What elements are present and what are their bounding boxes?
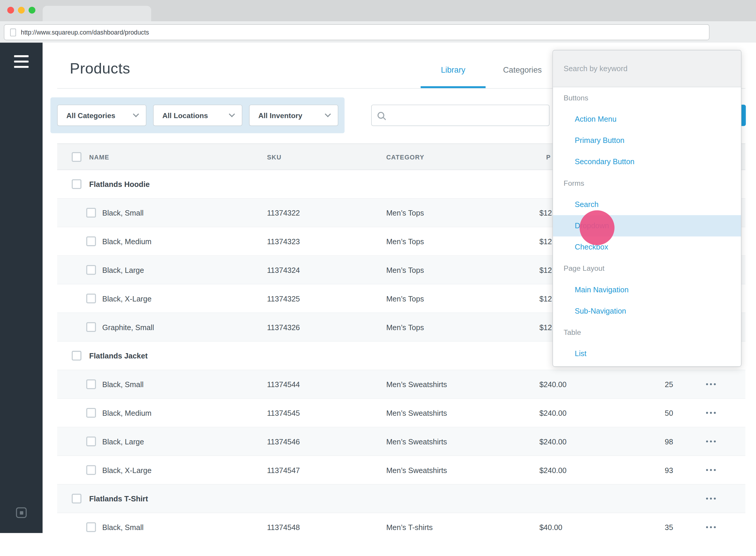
browser-toolbar: http://www.squareup.com/dashboard/produc… [0,21,756,42]
overlay-link-secondary-button[interactable]: Secondary Button [553,151,741,172]
dropdown-label: All Inventory [259,111,326,119]
variant-sku: 11374547 [267,456,300,485]
overlay-link-list[interactable]: List [553,343,741,364]
row-checkbox[interactable] [72,179,81,189]
window-minimize-button[interactable] [18,7,25,13]
variant-price: $12 [539,313,552,342]
search-input[interactable] [389,111,543,119]
variant-category: Men’s T-shirts [386,513,433,533]
row-actions-menu[interactable] [704,399,718,427]
variant-name: Black, Medium [102,399,151,427]
window-zoom-button[interactable] [29,7,35,13]
overlay-section-forms: Forms [553,172,741,194]
variant-stock: 93 [644,456,673,485]
variant-stock: 25 [644,370,673,399]
browser-tab-strip [0,0,756,21]
variant-price: $240.00 [539,456,566,485]
browser-tab[interactable] [42,6,151,22]
column-header-sku: SKU [267,144,281,170]
variant-sku: 11374544 [267,370,300,399]
overlay-link-dropdown[interactable]: Dropdown [553,215,741,237]
variant-category: Men’s Tops [386,199,424,228]
variant-sku: 11374548 [267,513,300,533]
row-checkbox[interactable] [86,265,96,275]
variant-price: $40.00 [539,513,562,533]
overlay-link-action-menu[interactable]: Action Menu [553,109,741,130]
product-search-box[interactable] [371,105,550,126]
locations-dropdown[interactable]: All Locations [153,105,242,126]
table-row-variant[interactable]: Black, Large 11374546 Men’s Sweatshirts … [57,427,745,456]
main-content: Products Library Categories All Categori… [42,42,756,533]
variant-name: Graphite, Small [102,313,154,342]
row-checkbox[interactable] [86,522,96,532]
variant-category: Men’s Tops [386,313,424,342]
table-row-variant[interactable]: Black, Small 11374544 Men’s Sweatshirts … [57,370,745,399]
overlay-search-field[interactable] [553,50,741,88]
table-row-group[interactable]: Flatlands T-Shirt [57,485,745,513]
overlay-link-checkbox[interactable]: Checkbox [553,237,741,258]
variant-category: Men’s Tops [386,256,424,284]
row-actions-menu[interactable] [704,456,718,484]
variant-category: Men’s Sweatshirts [386,399,447,427]
dropdown-label: All Categories [66,111,134,119]
table-row-variant[interactable]: Black, Medium 11374545 Men’s Sweatshirts… [57,399,745,427]
row-checkbox[interactable] [72,351,81,360]
row-actions-menu[interactable] [704,427,718,455]
variant-price: $240.00 [539,399,566,427]
search-icon [377,112,384,119]
row-checkbox[interactable] [72,494,81,503]
variant-name: Black, Medium [102,228,151,256]
overlay-link-sub-navigation[interactable]: Sub-Navigation [553,300,741,321]
variant-category: Men’s Sweatshirts [386,427,447,456]
row-actions-menu[interactable] [704,513,718,533]
row-checkbox[interactable] [86,465,96,475]
group-name: Flatlands Hoodie [89,170,150,199]
variant-name: Black, X-Large [102,456,151,485]
url-bar[interactable]: http://www.squareup.com/dashboard/produc… [4,24,709,40]
row-checkbox[interactable] [86,408,96,418]
variant-stock: 98 [644,427,673,456]
row-checkbox[interactable] [86,237,96,246]
app-sidebar [0,42,42,533]
variant-price: $12 [539,284,552,313]
dropdown-label: All Locations [163,111,230,119]
window-close-button[interactable] [7,7,14,13]
sidebar-hamburger-icon[interactable] [14,55,29,71]
variant-price: $12 [539,228,552,256]
categories-dropdown[interactable]: All Categories [57,105,146,126]
variant-price: $240.00 [539,370,566,399]
overlay-search-input[interactable] [553,64,741,73]
table-row-variant[interactable]: Black, Small 11374548 Men’s T-shirts $40… [57,513,745,533]
variant-category: Men’s Tops [386,284,424,313]
row-actions-menu[interactable] [704,485,718,513]
variant-name: Black, Small [102,199,143,228]
row-checkbox[interactable] [86,379,96,389]
column-header-category: CATEGORY [386,144,424,170]
variant-sku: 11374323 [267,228,300,256]
overlay-link-search[interactable]: Search [553,194,741,215]
variant-sku: 11374324 [267,256,300,284]
overlay-link-main-navigation[interactable]: Main Navigation [553,279,741,300]
row-checkbox[interactable] [86,437,96,447]
variant-sku: 11374546 [267,427,300,456]
tab-categories[interactable]: Categories [491,66,553,75]
row-checkbox[interactable] [86,208,96,218]
variant-name: Black, X-Large [102,284,151,313]
row-actions-menu[interactable] [704,370,718,398]
table-row-variant[interactable]: Black, X-Large 11374547 Men’s Sweatshirt… [57,456,745,485]
select-all-checkbox[interactable] [72,152,81,162]
inventory-dropdown[interactable]: All Inventory [249,105,338,126]
page-icon [10,28,16,36]
row-checkbox[interactable] [86,293,96,303]
tab-library[interactable]: Library [420,66,485,75]
variant-name: Black, Large [102,427,144,456]
square-logo-icon [16,507,27,518]
variant-price: $240.00 [539,427,566,456]
chevron-down-icon [229,111,235,117]
url-text: http://www.squareup.com/dashboard/produc… [21,29,149,36]
overlay-link-primary-button[interactable]: Primary Button [553,130,741,151]
page-title: Products [70,60,130,77]
row-checkbox[interactable] [86,322,96,332]
variant-price: $12 [539,256,552,284]
chevron-down-icon [325,111,331,117]
